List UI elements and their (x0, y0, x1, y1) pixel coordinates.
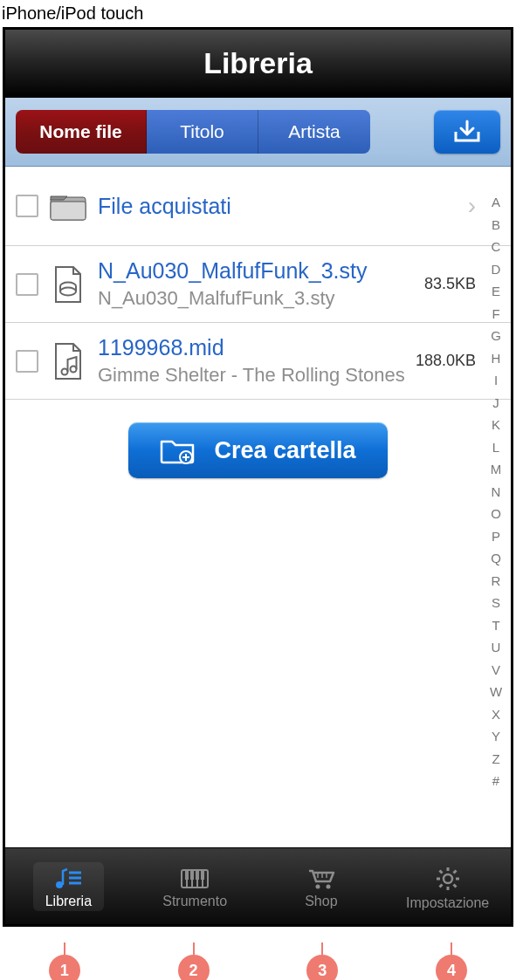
index-letter[interactable]: D (492, 258, 501, 281)
index-letter[interactable]: B (492, 214, 500, 236)
tab-instrument[interactable]: Strumento (132, 848, 258, 924)
tab-library[interactable]: Libreria (5, 848, 132, 924)
sort-by-artist[interactable]: Artista (258, 110, 370, 154)
row-title: 1199968.mid (98, 335, 410, 360)
list-row-folder[interactable]: File acquistati › (5, 167, 511, 246)
folder-icon (50, 191, 86, 221)
marker-number: 3 (306, 955, 338, 980)
row-title: File acquistati (98, 194, 461, 219)
tab-bar: Libreria Strumento Shop (5, 847, 511, 924)
sort-bar: Nome file Titolo Artista (5, 98, 511, 167)
sort-label: Nome file (39, 121, 122, 142)
annotation-markers: 1 2 3 4 (0, 927, 516, 980)
file-list: File acquistati › N_Au030_MalfufFunk_3.s… (5, 167, 511, 847)
index-letter[interactable]: W (490, 681, 502, 703)
index-letter[interactable]: X (492, 703, 500, 726)
marker-2: 2 (178, 942, 210, 980)
create-folder-button[interactable]: Crea cartella (128, 422, 387, 478)
sort-by-filename[interactable]: Nome file (16, 110, 147, 154)
create-folder-label: Crea cartella (214, 437, 355, 464)
instrument-icon (180, 867, 210, 890)
gear-icon (435, 866, 461, 892)
device-label: iPhone/iPod touch (0, 0, 516, 27)
sort-label: Titolo (180, 121, 224, 142)
row-checkbox[interactable] (16, 195, 38, 217)
list-row-file[interactable]: 1199968.mid Gimme Shelter - The Rolling … (5, 323, 511, 400)
marker-number: 1 (49, 955, 80, 980)
row-size: 83.5KB (424, 275, 476, 293)
alpha-index[interactable]: ABCDEFGHIJKLMNOPQRSTUVWXYZ# (486, 191, 506, 792)
marker-4: 4 (436, 942, 467, 980)
tab-settings[interactable]: Impostazione (384, 848, 511, 924)
marker-number: 4 (436, 955, 467, 980)
sort-by-title[interactable]: Titolo (147, 110, 258, 154)
index-letter[interactable]: L (492, 436, 499, 459)
svg-rect-1 (51, 202, 86, 220)
row-title: N_Au030_MalfufFunk_3.sty (98, 258, 419, 284)
download-button[interactable] (434, 110, 500, 154)
phone-frame: Libreria Nome file Titolo Artista (3, 27, 513, 927)
library-icon (53, 867, 83, 890)
tab-label: Strumento (162, 894, 227, 909)
index-letter[interactable]: Q (491, 547, 501, 570)
index-letter[interactable]: O (491, 503, 501, 525)
list-row-file[interactable]: N_Au030_MalfufFunk_3.sty N_Au030_MalfufF… (5, 246, 511, 323)
index-letter[interactable]: M (491, 458, 502, 481)
index-letter[interactable]: Z (492, 748, 499, 771)
marker-number: 2 (178, 955, 210, 980)
style-file-icon (52, 265, 84, 304)
index-letter[interactable]: J (492, 392, 499, 415)
svg-point-10 (444, 874, 452, 883)
index-letter[interactable]: T (492, 614, 499, 637)
svg-point-8 (315, 884, 320, 888)
tab-label: Shop (305, 894, 337, 909)
index-letter[interactable]: G (491, 325, 501, 347)
index-letter[interactable]: A (492, 191, 500, 214)
sort-segmented: Nome file Titolo Artista (16, 110, 370, 154)
index-letter[interactable]: C (492, 236, 501, 258)
row-size: 188.0KB (416, 352, 476, 370)
title-bar: Libreria (5, 30, 511, 98)
page-title: Libreria (203, 46, 313, 80)
index-letter[interactable]: V (492, 659, 500, 682)
index-letter[interactable]: I (494, 369, 498, 392)
row-subtitle: Gimme Shelter - The Rolling Stones (98, 364, 410, 387)
svg-point-9 (326, 884, 330, 888)
chevron-right-icon: › (468, 192, 476, 220)
download-icon (452, 120, 482, 144)
index-letter[interactable]: P (492, 525, 500, 548)
index-letter[interactable]: K (492, 414, 500, 436)
index-letter[interactable]: # (492, 770, 499, 792)
cart-icon (306, 867, 336, 890)
sort-label: Artista (288, 121, 341, 142)
row-checkbox[interactable] (16, 273, 38, 296)
row-checkbox[interactable] (16, 350, 38, 373)
index-letter[interactable]: H (492, 347, 501, 370)
index-letter[interactable]: R (492, 570, 501, 593)
row-subtitle: N_Au030_MalfufFunk_3.sty (98, 287, 419, 310)
index-letter[interactable]: U (492, 636, 501, 659)
folder-plus-icon (160, 436, 195, 464)
index-letter[interactable]: S (492, 592, 500, 614)
tab-label: Libreria (45, 894, 92, 909)
midi-file-icon (52, 342, 84, 380)
tab-label: Impostazione (406, 895, 489, 911)
index-letter[interactable]: Y (492, 725, 500, 748)
index-letter[interactable]: N (492, 481, 501, 504)
marker-3: 3 (306, 942, 338, 980)
index-letter[interactable]: E (492, 280, 500, 303)
index-letter[interactable]: F (492, 303, 499, 326)
marker-1: 1 (49, 942, 80, 980)
tab-shop[interactable]: Shop (258, 848, 385, 924)
